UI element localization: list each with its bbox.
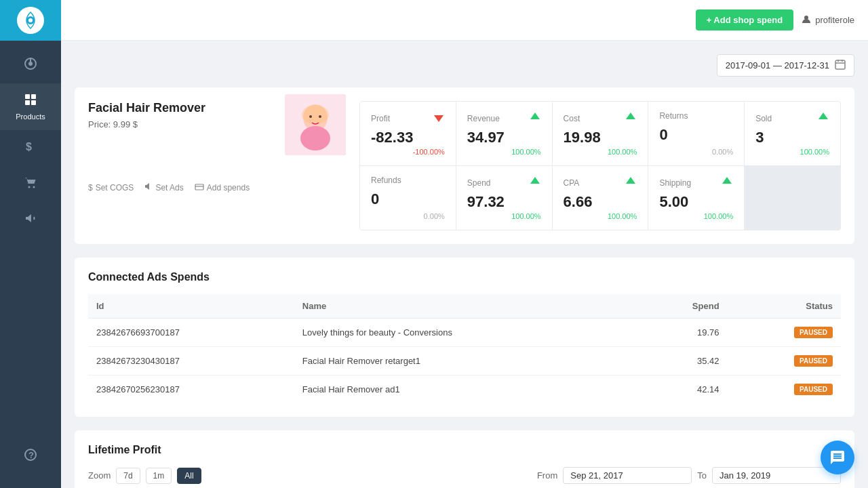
sidebar-item-financials[interactable]: $ [0, 130, 61, 166]
col-header-name: Name [294, 294, 638, 319]
zoom-controls: Zoom 7d 1m All [88, 468, 201, 484]
sidebar-item-orders[interactable] [0, 166, 61, 202]
sidebar-item-ads[interactable] [0, 202, 61, 238]
sidebar-logo [0, 0, 61, 41]
stat-change-sold: 100.00% [755, 148, 829, 156]
stat-label-returns: Returns [659, 111, 688, 121]
table-row: 23842670256230187 Facial Hair Remover ad… [88, 375, 841, 404]
user-menu[interactable]: profiterole [802, 14, 854, 26]
stat-cell-cost: Cost 19.98 100.00% [553, 102, 648, 165]
svg-point-4 [28, 62, 33, 66]
lifetime-profit-section: Lifetime Profit Zoom 7d 1m All From To 5 [75, 430, 854, 488]
to-date-input[interactable] [712, 467, 841, 484]
zoom-all-button[interactable]: All [177, 468, 201, 484]
ad-status: PAUSED [728, 347, 841, 375]
stat-cell-profit: Profit -82.33 -100.00% [360, 102, 456, 165]
status-badge: PAUSED [794, 327, 833, 338]
stat-trend-shipping [721, 176, 733, 190]
stat-change-cost: 100.00% [564, 148, 637, 156]
stat-change-shipping: 100.00% [659, 212, 733, 220]
zoom-label: Zoom [88, 470, 111, 481]
stat-value-cpa: 6.66 [564, 193, 637, 211]
chat-fab[interactable] [821, 441, 854, 474]
ad-id: 23842673230430187 [88, 347, 294, 375]
stat-change-refunds: 0.00% [371, 212, 445, 220]
stat-cell-revenue: Revenue 34.97 100.00% [456, 102, 552, 165]
svg-rect-7 [31, 94, 36, 99]
ads-spends-title: Connected Ads Spends [88, 271, 841, 283]
sidebar-item-dashboard[interactable] [0, 47, 61, 83]
megaphone-icon [24, 211, 37, 228]
sidebar: Products $ ? [0, 0, 61, 488]
main-content: + Add shop spend profiterole 2017-09-01 … [61, 0, 868, 488]
table-row: 23842676693700187 Lovely things for beau… [88, 319, 841, 347]
stat-value-returns: 0 [659, 126, 733, 144]
status-badge: PAUSED [794, 384, 833, 395]
stat-value-revenue: 34.97 [467, 129, 541, 146]
chart-controls: Zoom 7d 1m All From To [88, 467, 841, 484]
product-image-placeholder [285, 94, 346, 155]
svg-rect-26 [195, 184, 203, 190]
stat-value-shipping: 5.00 [659, 193, 733, 211]
ads-table: Id Name Spend Status 23842676693700187 L… [88, 294, 841, 403]
product-info: Facial Hair Remover Price: 9.99 $ [88, 101, 346, 230]
product-actions: $ Set COGS Set Ads Add spends [88, 182, 346, 192]
add-shop-spend-button[interactable]: + Add shop spend [696, 9, 794, 30]
stat-label-profit: Profit [371, 114, 390, 123]
ad-name: Lovely things for beauty - Conversions [294, 319, 638, 347]
svg-point-23 [302, 105, 329, 124]
zoom-1m-button[interactable]: 1m [146, 468, 172, 484]
ad-name: Facial Hair Remover retarget1 [294, 347, 638, 375]
from-date-input[interactable] [563, 467, 692, 484]
stat-label-revenue: Revenue [467, 114, 500, 123]
set-ads-link[interactable]: Set Ads [144, 182, 183, 192]
ad-id: 23842670256230187 [88, 375, 294, 404]
logo-icon [17, 7, 44, 34]
svg-point-25 [319, 115, 321, 118]
sidebar-nav: Products $ [0, 41, 61, 439]
cart-icon [24, 176, 37, 192]
stat-value-cost: 19.98 [564, 129, 637, 146]
to-label: To [697, 470, 707, 481]
svg-point-22 [300, 126, 330, 150]
help-icon: ? [24, 448, 37, 465]
stats-grid: Profit -82.33 -100.00% Revenue 34.97 100… [359, 101, 841, 230]
stat-label-shipping: Shipping [659, 178, 691, 188]
stat-trend-sold [817, 111, 829, 126]
sidebar-item-help[interactable]: ? [24, 439, 37, 474]
ads-icon [144, 182, 153, 192]
stat-cell-returns: Returns 0 0.00% [648, 102, 744, 165]
svg-rect-8 [25, 100, 30, 105]
set-cogs-link[interactable]: $ Set COGS [88, 182, 134, 192]
ad-name: Facial Hair Remover ad1 [294, 375, 638, 404]
zoom-7d-button[interactable]: 7d [116, 468, 140, 484]
table-row: 23842673230430187 Facial Hair Remover re… [88, 347, 841, 375]
product-title: Facial Hair Remover [88, 101, 205, 115]
ad-spend: 35.42 [638, 347, 728, 375]
username-label: profiterole [815, 15, 854, 25]
stat-trend-cost [625, 111, 637, 126]
stat-label-cost: Cost [564, 114, 580, 123]
add-spends-link[interactable]: Add spends [195, 182, 250, 192]
sidebar-item-products-label: Products [16, 113, 45, 121]
stat-value-profit: -82.33 [371, 129, 445, 146]
svg-point-11 [28, 186, 31, 188]
stat-cell-cpa: CPA 6.66 100.00% [553, 166, 648, 230]
date-range-picker[interactable]: 2017-09-01 — 2017-12-31 [717, 54, 854, 77]
stat-value-sold: 3 [755, 129, 829, 146]
stat-label-sold: Sold [755, 114, 772, 123]
svg-rect-16 [835, 60, 845, 69]
stat-trend-spend [529, 176, 541, 190]
svg-rect-9 [31, 100, 36, 105]
ad-status: PAUSED [728, 319, 841, 347]
ad-status: PAUSED [728, 375, 841, 404]
sidebar-item-products[interactable]: Products [0, 83, 61, 130]
ad-id: 23842676693700187 [88, 319, 294, 347]
svg-rect-6 [25, 94, 30, 99]
stat-change-revenue: 100.00% [467, 148, 541, 156]
stat-value-refunds: 0 [371, 190, 445, 208]
col-header-status: Status [728, 294, 841, 319]
col-header-id: Id [88, 294, 294, 319]
user-icon [802, 14, 811, 26]
stat-label-cpa: CPA [564, 178, 580, 188]
